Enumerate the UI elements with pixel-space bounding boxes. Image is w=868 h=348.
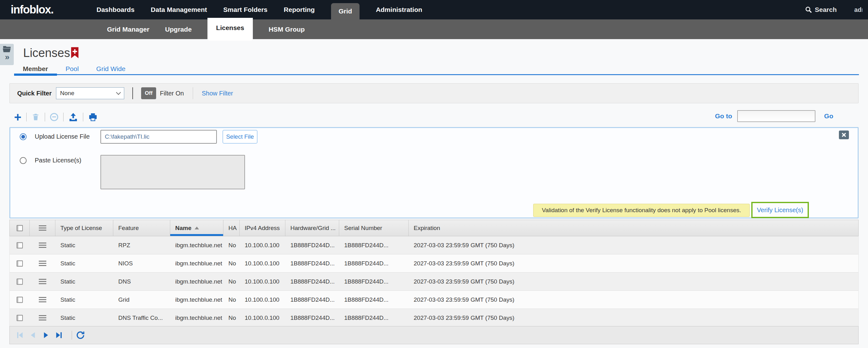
- column-header-expiration[interactable]: Expiration: [409, 220, 858, 236]
- verify-warning-tooltip: Validation of the Verify License functio…: [533, 204, 750, 217]
- cell-ha: No: [223, 309, 240, 327]
- nav-dashboards[interactable]: Dashboards: [96, 0, 134, 20]
- folder-icon: [3, 46, 11, 53]
- cell-feature: DNS Traffic Co...: [113, 309, 170, 327]
- paste-license-radio[interactable]: [20, 157, 27, 164]
- refresh-button[interactable]: [76, 330, 85, 340]
- print-button[interactable]: [88, 112, 98, 122]
- bookmark-add-icon[interactable]: [71, 47, 79, 59]
- row-checkbox[interactable]: [17, 279, 23, 285]
- cell-name: ibgm.techblue.net: [170, 236, 223, 254]
- row-checkbox[interactable]: [17, 297, 23, 303]
- next-page-button[interactable]: [42, 331, 51, 340]
- cell-ipv4: 10.100.0.100: [240, 309, 285, 327]
- paste-license-label: Paste License(s): [35, 157, 81, 164]
- row-menu-icon[interactable]: [39, 315, 46, 320]
- cell-hardware: 1B888FD244D...: [285, 273, 339, 290]
- close-panel-button[interactable]: [839, 130, 849, 139]
- subnav-upgrade[interactable]: Upgrade: [165, 20, 191, 39]
- table-row[interactable]: Static Grid ibgm.techblue.net No 10.100.…: [9, 291, 859, 309]
- quick-filter-select[interactable]: None: [56, 87, 124, 99]
- cell-feature: NIOS: [113, 254, 170, 272]
- cell-type: Static: [55, 254, 113, 272]
- license-file-path-input[interactable]: [100, 130, 217, 144]
- nav-data-management[interactable]: Data Management: [151, 0, 207, 20]
- expand-panel-icon[interactable]: »: [5, 53, 9, 61]
- subnav-licenses[interactable]: Licenses: [208, 18, 253, 41]
- add-button[interactable]: +: [14, 113, 21, 121]
- cell-ipv4: 10.100.0.100: [240, 254, 285, 272]
- divider: [26, 113, 27, 121]
- upload-file-radio[interactable]: [20, 133, 27, 140]
- tab-grid-wide[interactable]: Grid Wide: [88, 64, 134, 74]
- upload-icon: [68, 112, 78, 122]
- cell-expiration: 2027-03-03 23:59:59 GMT (750 Days): [409, 273, 858, 290]
- row-menu-icon[interactable]: [39, 243, 46, 248]
- nav-smart-folders[interactable]: Smart Folders: [223, 0, 268, 20]
- row-checkbox[interactable]: [17, 315, 23, 321]
- nav-reporting[interactable]: Reporting: [284, 0, 315, 20]
- upload-license-panel: Upload License File Select File Paste Li…: [9, 127, 859, 218]
- tab-member[interactable]: Member: [14, 64, 57, 74]
- grid-sub-navigation: Grid Manager Upgrade Licenses HSM Group: [0, 20, 868, 39]
- row-menu-icon[interactable]: [39, 261, 46, 266]
- previous-page-button[interactable]: [29, 331, 37, 340]
- column-header-name[interactable]: Name: [170, 220, 223, 236]
- table-header-row: Type of License Feature Name HA IPv4 Add…: [9, 220, 859, 236]
- cell-expiration: 2027-03-03 23:59:59 GMT (750 Days): [409, 254, 858, 272]
- cell-serial: 1B888FD244D...: [339, 273, 409, 290]
- delete-button[interactable]: [32, 113, 40, 121]
- tab-pool[interactable]: Pool: [57, 64, 88, 74]
- table-row[interactable]: Static DNS ibgm.techblue.net No 10.100.0…: [9, 273, 859, 291]
- subnav-hsm-group[interactable]: HSM Group: [269, 20, 305, 39]
- filter-toggle-button[interactable]: Off: [141, 87, 156, 99]
- remove-button[interactable]: [50, 113, 58, 121]
- divider: [132, 87, 133, 99]
- cell-expiration: 2027-03-03 23:59:59 GMT (750 Days): [409, 291, 858, 309]
- upload-button[interactable]: [68, 112, 78, 122]
- verify-licenses-button[interactable]: Verify License(s): [751, 202, 809, 218]
- cell-feature: RPZ: [113, 236, 170, 254]
- table-row[interactable]: Static NIOS ibgm.techblue.net No 10.100.…: [9, 254, 859, 273]
- column-header-feature[interactable]: Feature: [113, 220, 170, 236]
- row-menu-icon[interactable]: [39, 297, 46, 302]
- user-menu[interactable]: admin: [854, 6, 862, 13]
- cell-feature: Grid: [113, 291, 170, 309]
- remove-icon: [50, 113, 58, 121]
- close-icon: [841, 132, 846, 137]
- paste-license-textarea[interactable]: [100, 155, 245, 189]
- cell-name: ibgm.techblue.net: [170, 254, 223, 272]
- first-page-button[interactable]: [16, 331, 24, 340]
- sort-ascending-icon: [195, 227, 199, 229]
- column-header-type[interactable]: Type of License: [55, 220, 113, 236]
- column-header-ipv4[interactable]: IPv4 Address: [240, 220, 285, 236]
- table-row[interactable]: Static RPZ ibgm.techblue.net No 10.100.0…: [9, 236, 859, 254]
- cell-type: Static: [55, 291, 113, 309]
- column-header-name-label: Name: [175, 225, 191, 231]
- search-icon: [805, 6, 812, 13]
- menu-icon[interactable]: [39, 225, 46, 231]
- global-search[interactable]: Search: [805, 6, 837, 13]
- row-checkbox[interactable]: [17, 242, 23, 249]
- select-all-checkbox[interactable]: [17, 225, 23, 231]
- nav-administration[interactable]: Administration: [376, 0, 422, 20]
- search-label: Search: [815, 6, 837, 13]
- table-row[interactable]: Static DNS Traffic Co... ibgm.techblue.n…: [9, 309, 859, 327]
- select-all-cell: [10, 220, 30, 236]
- row-menu-icon[interactable]: [39, 279, 46, 284]
- column-header-ha[interactable]: HA: [223, 220, 240, 236]
- column-header-hardware[interactable]: Hardware/Grid ...: [285, 220, 339, 236]
- finder-panel-toggle[interactable]: »: [0, 44, 14, 65]
- nav-grid[interactable]: Grid: [331, 3, 360, 20]
- cell-hardware: 1B888FD244D...: [285, 309, 339, 327]
- row-checkbox[interactable]: [17, 260, 23, 266]
- goto-input[interactable]: [737, 110, 815, 122]
- page-title: Licenses: [23, 46, 70, 60]
- last-page-button[interactable]: [55, 331, 64, 340]
- show-filter-link[interactable]: Show Filter: [202, 90, 233, 97]
- subnav-grid-manager[interactable]: Grid Manager: [107, 20, 149, 39]
- column-header-serial[interactable]: Serial Number: [339, 220, 409, 236]
- divider: [72, 331, 72, 340]
- go-button[interactable]: Go: [824, 112, 833, 120]
- select-file-button[interactable]: Select File: [222, 130, 257, 144]
